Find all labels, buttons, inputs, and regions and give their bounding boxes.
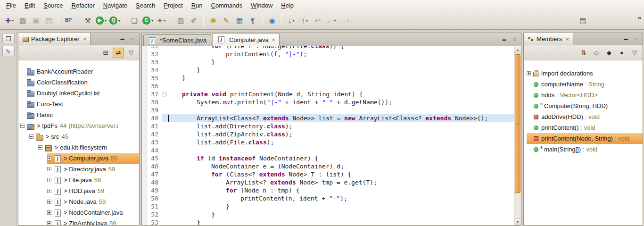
menu-edit[interactable]: Edit bbox=[20, 0, 39, 10]
code-line-31[interactable]: 31for (File f : hdd.get(File.class)) { bbox=[142, 46, 514, 50]
sort-icon[interactable]: ⇅ bbox=[578, 48, 589, 58]
debug-icon[interactable]: ▶▾ bbox=[95, 14, 107, 27]
tree-item-file-java[interactable]: > File.java59 bbox=[18, 175, 139, 185]
code-text[interactable]: list.add(File.class); bbox=[167, 138, 514, 146]
run-last-tool-icon[interactable]: ⚒ bbox=[82, 14, 94, 27]
dropdown-arrow-icon[interactable]: ▾ bbox=[334, 18, 336, 23]
code-text[interactable]: printContent(f, "|-"); bbox=[167, 50, 514, 58]
tree-item-directory-java[interactable]: > Directory.java59 bbox=[18, 164, 139, 175]
code-editor[interactable]: 31for (File f : hdd.get(File.class)) {32… bbox=[142, 46, 514, 225]
code-line-37[interactable]: 37private void printContent(Node d, Stri… bbox=[142, 90, 514, 98]
code-text[interactable]: } bbox=[167, 66, 514, 74]
fold-marker-icon[interactable] bbox=[162, 90, 167, 98]
hide-fields-icon[interactable]: ◇ bbox=[591, 48, 602, 58]
expander-icon[interactable] bbox=[38, 145, 42, 150]
code-text[interactable]: System.out.println("|-" + ident + " " + … bbox=[167, 98, 514, 106]
next-annotation-icon[interactable]: ↓▾ bbox=[285, 14, 297, 27]
open-file-icon[interactable]: ▨ bbox=[17, 14, 29, 27]
code-line-51[interactable]: 51} bbox=[142, 202, 514, 210]
package-explorer-view-tab[interactable]: Package Explorer × bbox=[18, 33, 91, 45]
toolbar-overflow-chevron[interactable]: » bbox=[638, 14, 641, 21]
code-line-32[interactable]: 32printContent(f, "|-"); bbox=[142, 50, 514, 58]
tree-item-colorclassification[interactable]: ColorClassification bbox=[18, 77, 139, 88]
code-line-53[interactable]: 53} bbox=[142, 218, 514, 225]
new-wizard-icon[interactable]: ✚▾ bbox=[3, 14, 16, 27]
editor-tab-someclass-java[interactable]: *SomeClass.java bbox=[143, 34, 211, 46]
menu-commands[interactable]: Commands bbox=[207, 0, 247, 10]
tree-item-ziparchiv-java[interactable]: > ZipArchiv.java59 bbox=[18, 218, 139, 225]
expander-icon[interactable] bbox=[47, 167, 51, 171]
collapse-all-icon[interactable]: ⊟ bbox=[100, 48, 111, 58]
link-with-editor-icon[interactable]: ⇄ bbox=[113, 48, 124, 58]
show-whitespace-icon[interactable]: ¶ bbox=[247, 14, 259, 27]
code-text[interactable]: } bbox=[167, 218, 514, 225]
hide-non-public-icon[interactable]: ● bbox=[616, 48, 627, 58]
code-text[interactable]: for (File f : hdd.get(File.class)) { bbox=[167, 46, 514, 50]
expander-icon[interactable] bbox=[47, 178, 51, 182]
code-text[interactable]: if (d instanceof NodeContainer) { bbox=[167, 154, 514, 162]
expander-icon[interactable] bbox=[47, 210, 51, 215]
tree-item-doublylinkedcycliclist[interactable]: DoublyLinkedCyclicList bbox=[18, 88, 139, 99]
editor-tab-computer-java[interactable]: Computer.java× bbox=[213, 33, 280, 46]
code-line-44[interactable]: 44 bbox=[142, 146, 514, 154]
minimize-view-icon[interactable]: ▬ bbox=[118, 35, 127, 43]
code-line-47[interactable]: 47for (Class<? extends Node> T : list) { bbox=[142, 170, 514, 178]
code-text[interactable]: ArrayList<? extends Node> tmp = e.get(T)… bbox=[167, 178, 514, 186]
menu-run[interactable]: Run bbox=[187, 0, 207, 10]
code-editor-viewport[interactable]: 31for (File f : hdd.get(File.class)) {32… bbox=[142, 46, 514, 225]
code-text[interactable] bbox=[167, 106, 514, 114]
dropdown-arrow-icon[interactable]: ▾ bbox=[347, 18, 349, 23]
code-text[interactable]: NodeContainer e = (NodeContainer) d; bbox=[167, 162, 514, 170]
expander-icon[interactable] bbox=[20, 124, 25, 128]
dropdown-arrow-icon[interactable]: ▾ bbox=[12, 18, 14, 23]
view-menu-icon[interactable]: ▽ bbox=[125, 48, 137, 58]
code-text[interactable]: } bbox=[167, 202, 514, 210]
code-line-40[interactable]: 40ArrayList<Class<? extends Node>> list … bbox=[142, 114, 514, 122]
mark-occurrences-icon[interactable]: ✎ bbox=[220, 14, 232, 27]
search-icon[interactable]: ✺ bbox=[207, 14, 219, 27]
tree-item-hdd-java[interactable]: > HDD.java59 bbox=[18, 185, 139, 196]
code-line-36[interactable]: 36 bbox=[142, 82, 514, 90]
code-line-38[interactable]: 38System.out.println("|-" + ident + " " … bbox=[142, 98, 514, 106]
code-line-42[interactable]: 42list.add(ZipArchiv.class); bbox=[142, 130, 514, 138]
close-view-icon[interactable]: × bbox=[566, 36, 569, 42]
menu-file[interactable]: File bbox=[2, 0, 20, 10]
back-icon[interactable]: ←▾ bbox=[325, 14, 337, 27]
tree-item-ipdfs[interactable]: > IpdFs44[https://svnserver.i bbox=[18, 120, 139, 131]
menu-window[interactable]: Window bbox=[247, 0, 277, 10]
code-line-41[interactable]: 41list.add(Directory.class); bbox=[142, 122, 514, 130]
maximize-view-icon[interactable]: □ bbox=[128, 35, 137, 43]
expander-icon[interactable] bbox=[47, 221, 51, 225]
restore-view-icon[interactable]: ❐ bbox=[2, 33, 15, 44]
web-browser-icon[interactable]: ◉ bbox=[266, 14, 278, 27]
code-text[interactable]: for (Class<? extends Node> T : list) { bbox=[167, 170, 514, 178]
close-view-icon[interactable]: × bbox=[83, 36, 86, 42]
code-line-34[interactable]: 34} bbox=[142, 66, 514, 74]
scroll-up-icon[interactable]: ▲ bbox=[514, 46, 521, 53]
code-text[interactable]: ArrayList<Class<? extends Node>> list = … bbox=[167, 114, 514, 122]
jar-export-icon[interactable]: ▥ bbox=[174, 14, 187, 27]
menu-project[interactable]: Project bbox=[159, 0, 187, 10]
code-text[interactable]: } bbox=[167, 58, 514, 66]
scrollbar-thumb[interactable] bbox=[515, 54, 520, 193]
code-line-50[interactable]: 50printContent(n, ident + "-"); bbox=[142, 194, 514, 202]
code-line-33[interactable]: 33} bbox=[142, 58, 514, 66]
tree-item-edu-kit-filesystem[interactable]: > edu.kit.filesystem bbox=[18, 142, 139, 153]
new-class-icon[interactable]: C▾ bbox=[141, 14, 154, 27]
tree-item-nodecontainer-java[interactable]: > NodeContainer.java bbox=[18, 207, 139, 218]
close-tab-icon[interactable]: × bbox=[272, 37, 275, 42]
pin-editor-icon[interactable]: ▤ bbox=[577, 14, 589, 27]
expander-icon[interactable] bbox=[47, 200, 51, 204]
code-line-35[interactable]: 35} bbox=[142, 74, 514, 82]
maximize-view-icon[interactable]: □ bbox=[510, 36, 519, 43]
code-text[interactable]: private void printContent(Node d, String… bbox=[167, 90, 514, 98]
previous-annotation-icon[interactable]: ↑▾ bbox=[298, 14, 311, 27]
member-item-computer-string-hdd[interactable]: cComputer(String, HDD) bbox=[524, 100, 643, 111]
expander-icon[interactable] bbox=[29, 134, 33, 139]
code-line-45[interactable]: 45if (d instanceof NodeContainer) { bbox=[142, 154, 514, 162]
dropdown-arrow-icon[interactable]: ▾ bbox=[151, 18, 153, 23]
member-item-hdds[interactable]: hdds: Vector<HDD> bbox=[524, 90, 643, 100]
tree-item-node-java[interactable]: > Node.java59 bbox=[18, 196, 139, 207]
java-editor-view-icon[interactable]: ✎ bbox=[2, 46, 15, 57]
code-line-39[interactable]: 39 bbox=[142, 106, 514, 114]
